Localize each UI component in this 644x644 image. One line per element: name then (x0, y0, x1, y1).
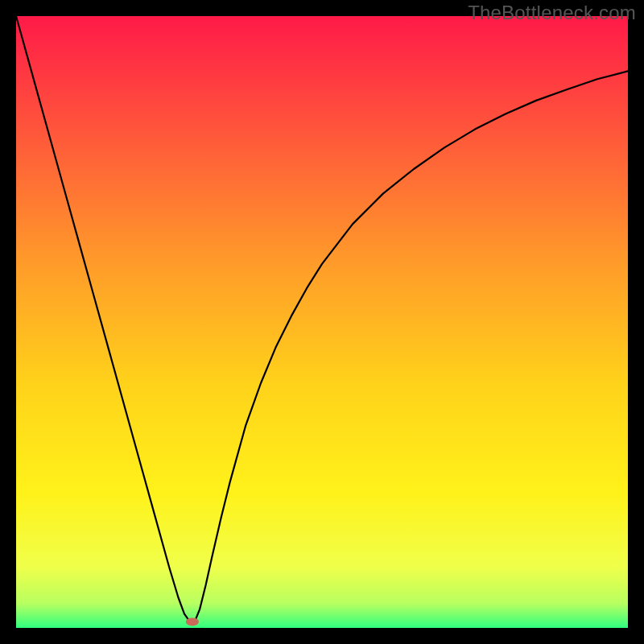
chart-background (16, 16, 628, 628)
bottleneck-chart (16, 16, 628, 628)
chart-frame: TheBottleneck.com (0, 0, 644, 644)
watermark-text: TheBottleneck.com (468, 2, 636, 24)
minimum-marker (186, 617, 199, 625)
